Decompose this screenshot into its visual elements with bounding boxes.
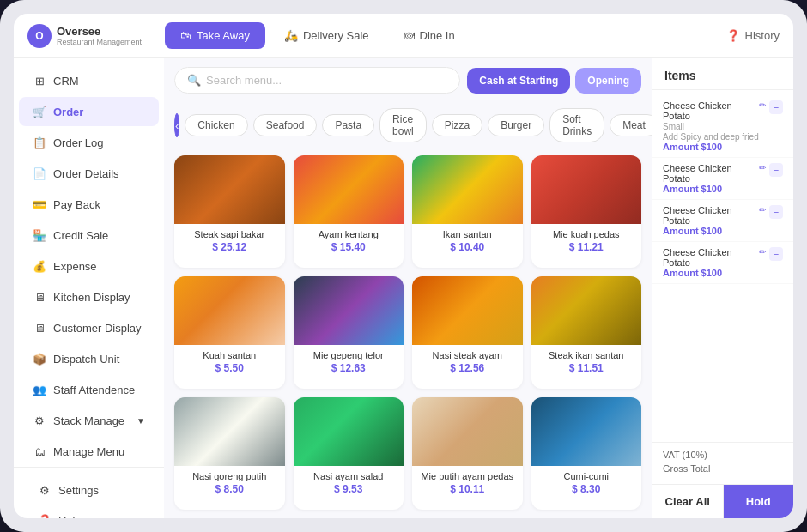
tab-delivery[interactable]: 🛵 Delivery Sale (269, 22, 385, 49)
sidebar-item-staff-attendence[interactable]: 👥 Staff Attendence (19, 375, 159, 404)
sidebar-item-customer-display[interactable]: 🖥 Customer Display (19, 313, 159, 342)
chip-pizza[interactable]: Pizza (432, 114, 482, 136)
hold-button[interactable]: Hold (724, 485, 794, 518)
header-right: ❓ History (726, 29, 780, 42)
menu-price: $ 9.53 (300, 483, 397, 495)
menu-info: Mie kuah pedas $ 11.21 (531, 224, 642, 260)
menu-price: $ 25.12 (181, 241, 278, 253)
menu-card[interactable]: Ayam kentang $ 15.40 (294, 155, 404, 268)
edit-icon[interactable]: ✏ (759, 247, 766, 257)
chip-seafood[interactable]: Seafood (253, 114, 318, 136)
menu-image (174, 155, 285, 224)
sidebar-item-help[interactable]: ❓ Help (24, 505, 154, 518)
menu-info: Mie putih ayam pedas $ 10.11 (412, 466, 523, 502)
chip-pasta[interactable]: Pasta (322, 114, 374, 136)
sidebar-footer: ⚙ Settings ❓ Help 🚪 Logout (14, 467, 164, 518)
sidebar-item-order-log[interactable]: 📋 Order Log (19, 128, 159, 157)
sidebar-item-dispatch-unit[interactable]: 📦 Dispatch Unit (19, 344, 159, 373)
sidebar-item-credit-sale[interactable]: 🏪 Credit Sale (19, 221, 159, 250)
sidebar-item-help-label: Help (58, 514, 82, 519)
menu-card[interactable]: Cumi-cumi $ 8.30 (531, 397, 642, 510)
filter-prev-button[interactable]: ‹ (174, 113, 179, 137)
edit-icon[interactable]: ✏ (759, 100, 766, 110)
remove-item-button[interactable]: − (769, 205, 783, 219)
menu-name: Steak ikan santan (538, 350, 635, 360)
menu-name: Nasi steak ayam (419, 350, 516, 360)
menu-image (412, 397, 523, 466)
dine-icon: 🍽 (404, 29, 415, 42)
order-item-name: Cheese Chicken Potato (663, 247, 755, 268)
app-subtitle: Restaurant Management (57, 38, 142, 46)
menu-image (412, 276, 523, 345)
sidebar-item-kitchen-display-label: Kitchen Display (53, 291, 130, 304)
menu-card[interactable]: Kuah santan $ 5.50 (174, 276, 285, 389)
remove-item-button[interactable]: − (769, 247, 783, 261)
menu-info: Nasi ayam salad $ 9.53 (294, 466, 404, 502)
sidebar-item-stack-manage-label: Stack Manage (53, 414, 124, 427)
remove-item-button[interactable]: − (769, 100, 783, 114)
tab-dine-label: Dine In (420, 29, 455, 42)
menu-card[interactable]: Steak sapi bakar $ 25.12 (174, 155, 285, 268)
chip-soft-drinks[interactable]: Soft Drinks (549, 108, 604, 142)
sidebar-item-customer-display-label: Customer Display (53, 322, 142, 335)
toolbar: 🔍 Search menu... Cash at Starting Openin… (164, 58, 652, 102)
sidebar-item-pay-back-label: Pay Back (53, 198, 100, 211)
menu-price: $ 8.30 (538, 483, 635, 495)
sidebar-item-settings[interactable]: ⚙ Settings (24, 475, 154, 505)
menu-price: $ 10.11 (419, 483, 516, 495)
chip-rice-bowl[interactable]: Rice bowl (379, 108, 427, 142)
menu-price: $ 11.21 (538, 241, 635, 253)
chip-burger[interactable]: Burger (488, 114, 544, 136)
menu-card[interactable]: Nasi ayam salad $ 9.53 (294, 397, 404, 510)
manage-menu-icon: 🗂 (33, 444, 46, 458)
edit-icon[interactable]: ✏ (759, 205, 766, 215)
tab-takeaway[interactable]: 🛍 Take Away (165, 22, 265, 49)
sidebar-item-credit-sale-label: Credit Sale (53, 229, 108, 242)
history-label[interactable]: History (745, 29, 780, 42)
menu-card[interactable]: Nasi goreng putih $ 8.50 (174, 397, 285, 510)
sidebar-item-kitchen-display[interactable]: 🖥 Kitchen Display (19, 282, 159, 311)
kitchen-display-icon: 🖥 (33, 290, 46, 304)
menu-price: $ 12.56 (419, 362, 516, 374)
menu-image (531, 397, 642, 466)
menu-card[interactable]: Ikan santan $ 10.40 (412, 155, 523, 268)
expense-icon: 💰 (33, 259, 46, 273)
chip-meat[interactable]: Meat (610, 114, 652, 136)
header: O Oversee Restaurant Management 🛍 Take A… (14, 14, 793, 58)
sidebar-item-order-details[interactable]: 📄 Order Details (19, 159, 159, 188)
menu-card[interactable]: Mie kuah pedas $ 11.21 (531, 155, 642, 268)
tab-dine[interactable]: 🍽 Dine In (388, 22, 470, 49)
clear-all-button[interactable]: Clear All (652, 485, 724, 518)
sidebar-item-crm[interactable]: ⊞ CRM (19, 66, 159, 95)
menu-card[interactable]: Mie putih ayam pedas $ 10.11 (412, 397, 523, 510)
menu-name: Ayam kentang (300, 229, 397, 239)
filter-chips: ‹ Chicken Seafood Pasta Rice bowl Pizza … (164, 102, 652, 155)
menu-image (531, 155, 642, 224)
menu-card[interactable]: Steak ikan santan $ 11.51 (531, 276, 642, 389)
menu-card[interactable]: Mie gepeng telor $ 12.63 (294, 276, 404, 389)
sidebar-item-order[interactable]: 🛒 Order (19, 97, 159, 126)
search-box[interactable]: 🔍 Search menu... (174, 67, 460, 94)
edit-icon[interactable]: ✏ (759, 163, 766, 172)
menu-info: Nasi goreng putih $ 8.50 (174, 466, 285, 502)
sidebar-item-expense[interactable]: 💰 Expense (19, 251, 159, 281)
menu-card[interactable]: Nasi steak ayam $ 12.56 (412, 276, 523, 389)
sidebar-item-pay-back[interactable]: 💳 Pay Back (19, 190, 159, 219)
content-area: 🔍 Search menu... Cash at Starting Openin… (164, 58, 652, 518)
search-input[interactable]: Search menu... (206, 74, 282, 87)
sidebar-item-stack-manage[interactable]: ⚙ Stack Manage ▼ (19, 406, 159, 435)
order-details-icon: 📄 (33, 166, 46, 180)
help-circle-icon: ❓ (726, 29, 740, 42)
menu-name: Nasi ayam salad (300, 471, 397, 481)
order-items-list: Cheese Chicken Potato ✏ − Small Add Spic… (652, 90, 793, 442)
opening-button[interactable]: Opening (575, 68, 641, 94)
sidebar-item-manage-menu[interactable]: 🗂 Manage Menu (19, 437, 159, 466)
order-item-amount: Amount $100 (663, 226, 783, 236)
remove-item-button[interactable]: − (769, 163, 783, 177)
bottom-buttons: Clear All Hold (652, 484, 793, 518)
chip-chicken[interactable]: Chicken (185, 114, 247, 136)
menu-image (412, 155, 523, 224)
menu-info: Ikan santan $ 10.40 (412, 224, 523, 260)
menu-price: $ 8.50 (181, 483, 278, 495)
cash-at-starting-button[interactable]: Cash at Starting (467, 68, 570, 94)
